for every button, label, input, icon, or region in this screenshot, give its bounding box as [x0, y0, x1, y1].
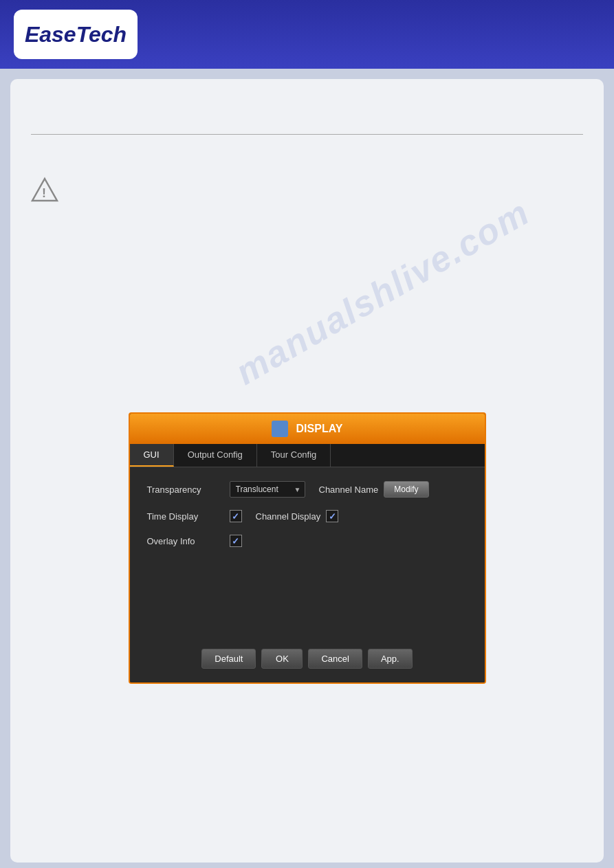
cancel-button[interactable]: Cancel — [308, 649, 362, 669]
tab-output-config[interactable]: Output Config — [174, 444, 257, 467]
channel-name-label: Channel Name — [319, 485, 379, 495]
transparency-select-wrapper: Translucent Opaque ▼ — [230, 481, 305, 498]
channel-display-checkbox[interactable] — [326, 510, 338, 522]
form-row-overlay: Overlay Info — [147, 535, 468, 547]
form-row-time-channel: Time Display Channel Display — [147, 510, 468, 522]
app-button[interactable]: App. — [368, 649, 413, 669]
dialog-titlebar: DISPLAY — [130, 414, 485, 444]
time-display-label: Time Display — [147, 511, 223, 522]
logo-container: EaseTech — [14, 10, 138, 59]
svg-text:!: ! — [42, 186, 46, 200]
transparency-label: Transparency — [147, 485, 223, 495]
watermark: manualshlive.com — [229, 191, 537, 392]
dialog-body: Transparency Translucent Opaque ▼ Channe… — [130, 467, 485, 570]
divider — [31, 134, 583, 135]
display-dialog: DISPLAY GUI Output Config Tour Config Tr… — [129, 412, 486, 684]
overlay-info-label: Overlay Info — [147, 536, 223, 546]
channel-display-label: Channel Display — [256, 511, 321, 522]
channel-name-group: Channel Name Modify — [312, 481, 468, 498]
dialog-title: DISPLAY — [296, 423, 343, 435]
modify-button[interactable]: Modify — [384, 481, 428, 498]
dialog-buttons: Default OK Cancel App. — [130, 638, 485, 682]
titlebar-icon — [272, 421, 288, 437]
tab-gui[interactable]: GUI — [130, 444, 174, 467]
main-content: ! manualshlive.com DISPLAY GUI Output Co… — [10, 79, 604, 863]
overlay-info-checkbox[interactable] — [230, 535, 242, 547]
logo-text: EaseTech — [25, 22, 127, 47]
default-button[interactable]: Default — [201, 649, 256, 669]
transparency-select[interactable]: Translucent Opaque — [230, 481, 305, 498]
warning-icon: ! — [31, 176, 58, 203]
dialog-wrapper: DISPLAY GUI Output Config Tour Config Tr… — [31, 412, 583, 684]
ok-button[interactable]: OK — [261, 649, 303, 669]
dialog-spacer — [130, 570, 485, 638]
top-bar: EaseTech — [0, 0, 614, 69]
tab-tour-config[interactable]: Tour Config — [257, 444, 331, 467]
dialog-tabs: GUI Output Config Tour Config — [130, 444, 485, 467]
time-display-checkbox[interactable] — [230, 510, 242, 522]
channel-display-group: Channel Display — [249, 510, 468, 522]
form-row-transparency: Transparency Translucent Opaque ▼ Channe… — [147, 481, 468, 498]
